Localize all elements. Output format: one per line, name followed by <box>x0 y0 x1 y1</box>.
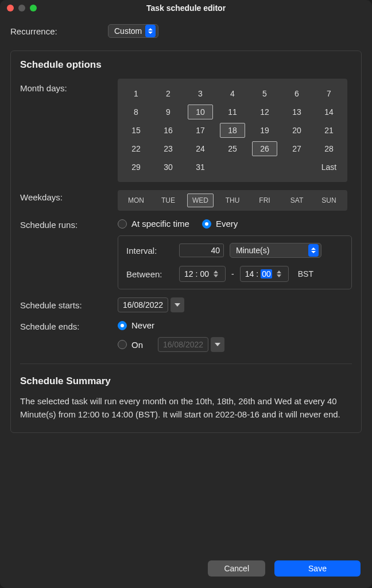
recurrence-value: Custom <box>114 26 142 36</box>
between-label: Between: <box>126 269 173 279</box>
schedule-runs-label: Schedule runs: <box>20 219 118 230</box>
recurrence-select[interactable]: Custom <box>108 24 158 38</box>
weekday-tue[interactable]: TUE <box>155 194 181 207</box>
run-mode-every-label: Every <box>216 219 238 229</box>
dialog-footer: Cancel Save <box>0 552 372 588</box>
schedule-ends-on-date[interactable]: 16/08/2022 <box>158 337 208 352</box>
month-day-8[interactable]: 8 <box>123 105 149 119</box>
weekdays-row: Weekdays: MONTUEWEDTHUFRISATSUN <box>20 190 352 211</box>
schedule-options-heading: Schedule options <box>20 59 352 71</box>
interval-unit-select[interactable]: Minute(s) <box>230 243 321 258</box>
chevron-down-icon <box>175 303 180 307</box>
titlebar: Task schedule editor <box>0 0 372 16</box>
month-day-23[interactable]: 23 <box>156 141 181 156</box>
between-dash: - <box>231 269 234 278</box>
select-stepper-icon <box>145 25 156 37</box>
schedule-starts-picker-button[interactable] <box>170 297 184 312</box>
schedule-runs-controls: At specific time Every Interval: Min <box>118 219 352 289</box>
month-day-21[interactable]: 21 <box>316 123 342 138</box>
run-mode-specific-label: At specific time <box>131 219 189 229</box>
to-hour: 14 <box>245 269 254 278</box>
to-minute: 00 <box>261 269 272 278</box>
close-window-button[interactable] <box>7 5 14 11</box>
schedule-ends-controls: Never On 16/08/2022 <box>118 320 224 352</box>
schedule-starts-field-wrap: 16/08/2022 <box>118 297 184 312</box>
month-day-29[interactable]: 29 <box>123 160 149 175</box>
interval-box: Interval: Minute(s) Between: <box>118 235 352 289</box>
month-day-3[interactable]: 3 <box>188 86 213 101</box>
schedule-options-fieldset: Schedule options Month days: 12345678910… <box>10 51 362 433</box>
month-day-7[interactable]: 7 <box>316 86 342 101</box>
month-day-5[interactable]: 5 <box>252 86 277 101</box>
month-day-6[interactable]: 6 <box>284 86 309 101</box>
month-day-15[interactable]: 15 <box>123 123 149 138</box>
month-day-10[interactable]: 10 <box>188 105 213 119</box>
weekday-sat[interactable]: SAT <box>284 194 310 207</box>
task-schedule-editor-window: Task schedule editor Recurrence: Custom … <box>0 0 372 588</box>
weekday-fri[interactable]: FRI <box>251 194 278 207</box>
month-day-26[interactable]: 26 <box>252 141 277 156</box>
month-day-19[interactable]: 19 <box>252 123 277 138</box>
schedule-ends-never[interactable]: Never <box>118 320 224 330</box>
time-stepper[interactable] <box>277 270 286 277</box>
schedule-ends-on-label: On <box>131 340 154 350</box>
month-day-14[interactable]: 14 <box>316 105 342 119</box>
interval-label: Interval: <box>126 246 173 256</box>
month-day-31[interactable]: 31 <box>188 160 213 175</box>
radio-icon <box>118 340 127 349</box>
month-day-last[interactable]: Last <box>316 160 342 175</box>
month-day-28[interactable]: 28 <box>316 141 342 156</box>
recurrence-row: Recurrence: Custom <box>10 24 362 38</box>
month-day-20[interactable]: 20 <box>284 123 309 138</box>
month-day-13[interactable]: 13 <box>284 105 309 119</box>
month-days-row: Month days: 1234567891011121314151617181… <box>20 79 352 182</box>
month-day-27[interactable]: 27 <box>284 141 309 156</box>
chevron-down-icon <box>215 343 220 346</box>
from-hour: 12 <box>184 269 193 278</box>
month-day-25[interactable]: 25 <box>220 141 245 156</box>
interval-input[interactable] <box>179 243 224 257</box>
timezone-label: BST <box>298 269 313 278</box>
weekday-mon[interactable]: MON <box>123 194 149 207</box>
month-day-1[interactable]: 1 <box>123 86 149 101</box>
radio-icon <box>118 219 127 229</box>
minimize-window-button[interactable] <box>18 5 25 11</box>
month-day-4[interactable]: 4 <box>220 86 245 101</box>
schedule-starts-row: Schedule starts: 16/08/2022 <box>20 297 352 312</box>
month-day-11[interactable]: 11 <box>220 105 245 119</box>
schedule-ends-on[interactable]: On 16/08/2022 <box>118 337 224 352</box>
month-day-12[interactable]: 12 <box>252 105 277 119</box>
radio-icon <box>118 321 127 330</box>
between-to-time[interactable]: 14:00 <box>240 266 289 282</box>
time-stepper[interactable] <box>214 270 223 277</box>
cancel-button[interactable]: Cancel <box>208 560 265 577</box>
schedule-ends-row: Schedule ends: Never On 16/08/2022 <box>20 320 352 352</box>
weekday-thu[interactable]: THU <box>219 194 246 207</box>
content-area: Recurrence: Custom Schedule options Mont… <box>0 16 372 552</box>
recurrence-label: Recurrence: <box>10 26 108 36</box>
window-title: Task schedule editor <box>0 3 372 13</box>
weekdays-label: Weekdays: <box>20 190 118 202</box>
month-day-9[interactable]: 9 <box>156 105 181 119</box>
schedule-ends-picker-button[interactable] <box>211 337 224 352</box>
run-mode-specific-time[interactable]: At specific time <box>118 219 189 229</box>
month-day-18[interactable]: 18 <box>220 123 245 138</box>
save-button[interactable]: Save <box>274 560 361 577</box>
maximize-window-button[interactable] <box>30 5 37 11</box>
interval-unit-value: Minute(s) <box>236 246 269 255</box>
month-day-empty <box>220 160 245 175</box>
month-day-30[interactable]: 30 <box>156 160 181 175</box>
schedule-starts-date[interactable]: 16/08/2022 <box>118 297 168 312</box>
between-from-time[interactable]: 12:00 <box>179 266 226 282</box>
month-day-16[interactable]: 16 <box>156 123 181 138</box>
separator <box>20 363 352 364</box>
month-day-17[interactable]: 17 <box>188 123 213 138</box>
month-day-2[interactable]: 2 <box>156 86 181 101</box>
weekday-sun[interactable]: SUN <box>316 194 342 207</box>
schedule-ends-label: Schedule ends: <box>20 320 118 331</box>
month-day-24[interactable]: 24 <box>188 141 213 156</box>
weekday-wed[interactable]: WED <box>187 194 214 207</box>
month-day-22[interactable]: 22 <box>123 141 149 156</box>
schedule-ends-never-label: Never <box>131 320 154 330</box>
run-mode-every[interactable]: Every <box>202 219 238 229</box>
